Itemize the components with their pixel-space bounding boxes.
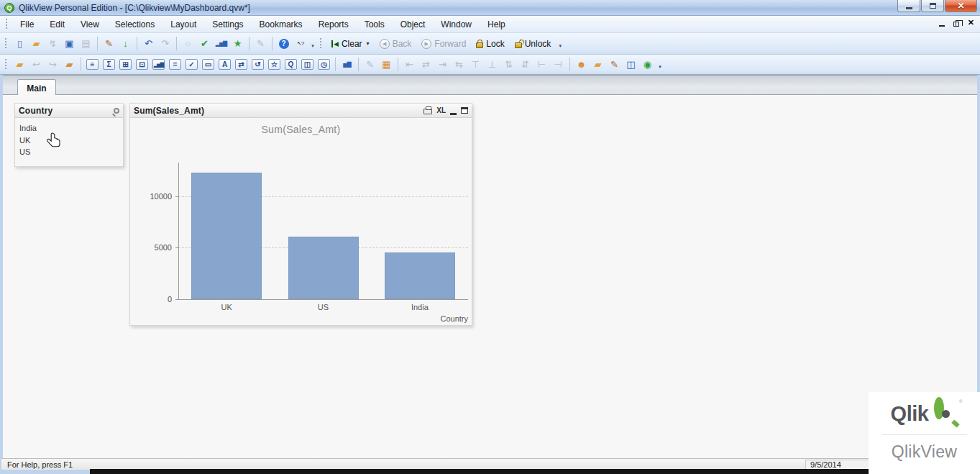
create-container-button[interactable]: ◫ bbox=[299, 56, 316, 73]
center-vertically-button[interactable]: ⇅ bbox=[500, 56, 517, 73]
align-right-button[interactable]: ⇥ bbox=[434, 56, 451, 73]
snap-objects-top-button[interactable]: ⊣ bbox=[550, 56, 567, 73]
quick-chart-button[interactable]: ▂▅▇ bbox=[213, 35, 229, 52]
menu-help[interactable]: Help bbox=[480, 17, 513, 32]
menu-layout[interactable]: Layout bbox=[162, 17, 204, 32]
listbox-item-uk[interactable]: UK bbox=[15, 135, 123, 147]
edit-script-button[interactable]: ✎ bbox=[101, 35, 117, 52]
create-input-box-button[interactable]: ⊡ bbox=[134, 56, 150, 73]
new-document-button[interactable]: ▯ bbox=[12, 35, 28, 52]
align-top-button[interactable]: ⊤ bbox=[467, 56, 484, 73]
space-horizontally-button[interactable]: ⇆ bbox=[451, 56, 467, 73]
title-bar[interactable]: Q QlikView Personal Edition - [C:\Qlikvi… bbox=[0, 0, 980, 16]
tab-main[interactable]: Main bbox=[17, 79, 56, 96]
printer-icon[interactable] bbox=[423, 109, 432, 114]
bar-india[interactable] bbox=[385, 252, 455, 299]
toolbar-grip[interactable] bbox=[5, 59, 9, 70]
create-table-box-button[interactable]: ⊞ bbox=[117, 56, 134, 73]
add-sheet-button[interactable]: ▰ bbox=[12, 56, 28, 73]
create-gauge-button[interactable]: = bbox=[167, 56, 183, 73]
menu-settings[interactable]: Settings bbox=[204, 17, 251, 32]
create-search-object-button[interactable]: Q bbox=[283, 56, 299, 73]
menu-selections[interactable]: Selections bbox=[107, 17, 162, 32]
webview-toggle-button[interactable]: ◉ bbox=[639, 56, 656, 73]
window-close-button[interactable]: ✕ bbox=[945, 0, 977, 12]
mdi-restore-button[interactable] bbox=[953, 22, 959, 27]
window-maximize-button[interactable] bbox=[921, 0, 944, 12]
create-slider-button[interactable]: ⇄ bbox=[233, 56, 249, 73]
chart-wizard-button[interactable]: ▅▇ bbox=[339, 56, 355, 73]
redo-layout-change-button[interactable]: ↷ bbox=[157, 35, 173, 52]
listbox-item-india[interactable]: India bbox=[15, 122, 123, 135]
toolbar-options-button[interactable]: ▾ bbox=[308, 37, 317, 51]
x-category-us[interactable]: US bbox=[275, 303, 371, 311]
create-button-button[interactable]: ▭ bbox=[200, 56, 216, 73]
table-viewer-button[interactable]: ◫ bbox=[623, 56, 639, 73]
create-text-object-button[interactable]: A bbox=[216, 56, 233, 73]
menu-file[interactable]: File bbox=[12, 17, 42, 32]
menu-reports[interactable]: Reports bbox=[311, 17, 357, 32]
document-properties-button[interactable]: ▰ bbox=[590, 56, 606, 73]
back-button[interactable]: ◀Back bbox=[375, 37, 417, 50]
context-help-button[interactable]: ↖? bbox=[292, 35, 308, 52]
bar-us[interactable] bbox=[288, 237, 359, 299]
create-statistics-box-button[interactable]: Σ bbox=[101, 56, 117, 73]
x-category-uk[interactable]: UK bbox=[178, 303, 275, 311]
save-button[interactable]: ▣ bbox=[61, 35, 78, 52]
create-line-arrow-button[interactable]: ☆ bbox=[266, 56, 283, 73]
menu-view[interactable]: View bbox=[73, 17, 107, 32]
toolbar-grip[interactable] bbox=[6, 19, 9, 30]
create-listbox-button[interactable]: ≡ bbox=[84, 56, 101, 73]
create-custom-object-button[interactable]: ◷ bbox=[316, 56, 332, 73]
x-category-india[interactable]: India bbox=[372, 303, 468, 311]
listbox-caption[interactable]: Country bbox=[15, 104, 123, 118]
lock-selections-button[interactable]: Lock bbox=[471, 37, 509, 50]
object-minimize-icon[interactable] bbox=[450, 113, 457, 115]
unlock-selections-button[interactable]: Unlock bbox=[510, 37, 557, 50]
mdi-minimize-button[interactable] bbox=[939, 25, 945, 27]
current-selections-button[interactable]: ✔ bbox=[196, 35, 213, 52]
create-bookmark-object-button[interactable]: ↺ bbox=[249, 56, 266, 73]
open-file-button[interactable]: ▰ bbox=[28, 35, 45, 52]
promote-sheet-button[interactable]: ↩ bbox=[28, 56, 45, 73]
clear-selections-button[interactable]: ◀Clear▾ bbox=[326, 37, 375, 50]
mdi-close-button[interactable]: ✕ bbox=[968, 18, 974, 27]
add-bookmark-button[interactable]: ★ bbox=[229, 35, 246, 52]
toolbar-options-button[interactable]: ▾ bbox=[656, 58, 664, 72]
sheet-properties-button[interactable]: ▰ bbox=[61, 56, 78, 73]
bar-uk[interactable] bbox=[191, 173, 262, 299]
format-painter-button[interactable]: ✎ bbox=[362, 56, 378, 73]
menu-edit[interactable]: Edit bbox=[42, 17, 73, 32]
edit-module-button[interactable]: ✎ bbox=[606, 56, 623, 73]
forward-button[interactable]: ▶Forward bbox=[416, 37, 471, 50]
help-button[interactable]: ? bbox=[275, 35, 292, 52]
undo-layout-change-button[interactable]: ↶ bbox=[140, 35, 157, 52]
listbox-item-us[interactable]: US bbox=[15, 146, 123, 158]
menu-bookmarks[interactable]: Bookmarks bbox=[252, 17, 311, 32]
excel-export-icon[interactable]: XL bbox=[436, 106, 446, 114]
window-minimize-button[interactable] bbox=[897, 0, 920, 12]
align-left-button[interactable]: ⇤ bbox=[401, 56, 418, 73]
chart-caption[interactable]: Sum(Sales_Amt) XL bbox=[130, 104, 472, 118]
toolbar-grip[interactable] bbox=[5, 38, 9, 50]
search-button[interactable]: ○ bbox=[180, 35, 196, 52]
reload-data-button[interactable]: ↓ bbox=[117, 35, 134, 52]
create-chart-button[interactable]: ▂▅▇ bbox=[150, 56, 167, 73]
space-vertically-button[interactable]: ⇵ bbox=[517, 56, 533, 73]
show-notes-button[interactable]: ✎ bbox=[252, 35, 269, 52]
object-maximize-icon[interactable] bbox=[461, 107, 468, 114]
toolbar-options-button[interactable]: ▾ bbox=[556, 37, 564, 51]
menu-object[interactable]: Object bbox=[393, 17, 434, 32]
print-button[interactable]: ▤ bbox=[78, 35, 94, 52]
magnifier-icon[interactable] bbox=[114, 108, 119, 114]
toolbar-grip[interactable] bbox=[320, 38, 324, 50]
create-multi-box-button[interactable]: ✓ bbox=[183, 56, 200, 73]
refresh-document-button[interactable]: ↯ bbox=[45, 35, 61, 52]
menu-window[interactable]: Window bbox=[433, 17, 480, 32]
design-grid-button[interactable]: ▦ bbox=[378, 56, 395, 73]
demote-sheet-button[interactable]: ↪ bbox=[45, 56, 61, 73]
snap-objects-left-button[interactable]: ⊢ bbox=[533, 56, 550, 73]
center-horizontally-button[interactable]: ⇄ bbox=[418, 56, 434, 73]
menu-tools[interactable]: Tools bbox=[357, 17, 393, 32]
user-preferences-button[interactable]: ☻ bbox=[573, 56, 590, 73]
